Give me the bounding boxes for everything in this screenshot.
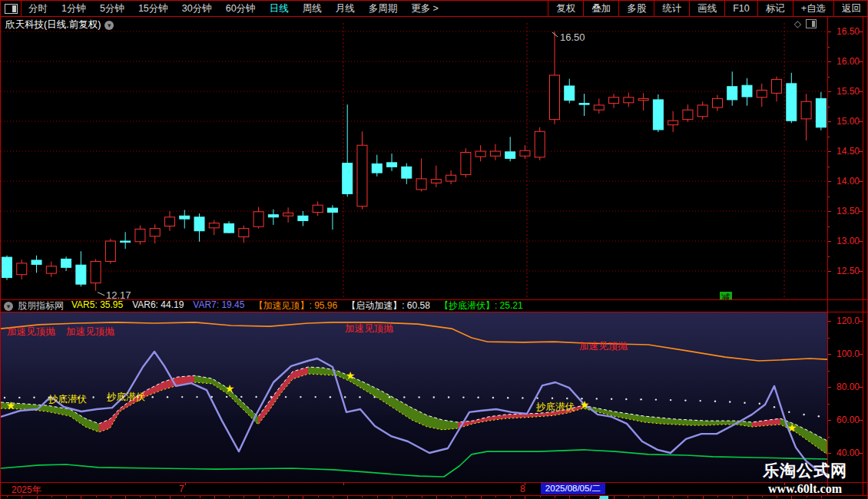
svg-text:★: ★: [346, 369, 356, 382]
indicator-chart: ★★★★★加速见顶抛加速见顶抛加速见顶抛加速见顶抛抄底潜伏抄底潜伏抄底潜伏: [1, 312, 827, 482]
toolbar-action-button[interactable]: 叠加: [583, 1, 618, 16]
toolbar-action-button[interactable]: F10: [724, 1, 757, 16]
indicator-header: ▾ 股朋指标网 VAR5: 35.95VAR6: 44.19VAR7: 19.4…: [1, 300, 827, 312]
sliver-tick: [436, 496, 437, 499]
indicator-value: 【加速见顶】: 95.96: [253, 299, 337, 312]
sliver-tick: [22, 496, 22, 498]
period-menu-item[interactable]: 月线: [329, 2, 362, 15]
svg-text:★: ★: [225, 382, 235, 395]
sliver-tick: [540, 496, 541, 497]
month-label-august: 8: [520, 484, 525, 494]
sliver-tick: [510, 496, 511, 498]
svg-text:★: ★: [580, 398, 590, 411]
sliver-tick: [747, 496, 748, 499]
symbol-title: 欣天科技(日线.前复权): [5, 18, 101, 31]
trading-app-window: 分时1分钟5分钟15分钟30分钟60分钟日线周线月线多周期更多 > 复权叠加多股…: [0, 0, 868, 499]
svg-text:抄底潜伏: 抄底潜伏: [535, 402, 575, 412]
next-pane-sliver: [1, 496, 868, 499]
sliver-tick: [7, 496, 8, 497]
sliver-tick: [628, 496, 629, 497]
indicator-name: 股朋指标网: [18, 299, 64, 312]
pane-separator: [1, 482, 868, 483]
candlestick-chart-pane[interactable]: 16.5012.17减 欣天科技(日线.前复权) ▾ ◇: [1, 17, 827, 299]
sliver-tick: [732, 496, 733, 498]
indicator-value: VAR6: 44.19: [132, 299, 184, 312]
symbol-dropdown-icon[interactable]: ▾: [104, 21, 114, 30]
indicator-value: VAR7: 19.45: [193, 299, 244, 312]
watermark-site-url: www.60lt.com: [755, 482, 855, 496]
sliver-tick: [644, 496, 644, 498]
month-label-july: 7: [179, 484, 184, 494]
period-menu-item[interactable]: 30分钟: [175, 2, 219, 15]
sliver-tick: [599, 496, 600, 498]
svg-text:抄底潜伏: 抄底潜伏: [106, 392, 146, 402]
period-menu-item[interactable]: 60分钟: [219, 2, 263, 15]
sliver-tick: [525, 496, 525, 499]
svg-text:抄底潜伏: 抄底潜伏: [48, 394, 88, 405]
sliver-tick: [614, 496, 615, 499]
candlestick-chart: 16.5012.17减: [1, 17, 827, 299]
period-menu-item[interactable]: 5分钟: [93, 2, 131, 15]
time-axis[interactable]: 2025年 7 8 2025/08/05/二: [1, 482, 868, 496]
sliver-tick: [406, 496, 407, 497]
period-menu-item[interactable]: 更多 >: [404, 2, 446, 15]
diamond-icon[interactable]: ◇: [794, 19, 801, 28]
svg-text:减: 减: [721, 292, 731, 299]
toolbar-action-button[interactable]: 多股: [618, 1, 654, 16]
sliver-tick: [392, 496, 393, 499]
period-toolbar: 分时1分钟5分钟15分钟30分钟60分钟日线周线月线多周期更多 > 复权叠加多股…: [1, 0, 868, 17]
toolbar-action-button[interactable]: 统计: [654, 1, 689, 16]
sliver-tick: [259, 496, 260, 499]
sliver-tick: [703, 496, 704, 499]
toolbar-action-button[interactable]: +自选: [793, 1, 833, 16]
sliver-tick: [465, 496, 466, 498]
toolbar-action-button[interactable]: 标记: [757, 1, 793, 16]
period-menu-item[interactable]: 日线: [263, 2, 296, 15]
sliver-tick: [303, 496, 303, 499]
axis-border-line: [863, 17, 863, 496]
sliver-tick: [585, 496, 585, 497]
toolbar-action-button[interactable]: 复权: [548, 1, 583, 16]
svg-text:★: ★: [6, 399, 16, 411]
sliver-tick: [111, 496, 111, 498]
sliver-cyan-mark: [599, 496, 608, 499]
period-menu-item[interactable]: 15分钟: [131, 2, 175, 15]
sliver-tick: [288, 496, 289, 498]
sliver-tick: [155, 496, 156, 498]
period-menu-item[interactable]: 多周期: [362, 2, 405, 15]
sliver-tick: [673, 496, 674, 497]
indicator-values: VAR5: 35.95VAR6: 44.19VAR7: 19.45【加速见顶】:…: [71, 299, 532, 312]
sliver-tick: [821, 496, 822, 498]
svg-text:加速见顶抛: 加速见顶抛: [579, 341, 628, 352]
svg-text:12.17: 12.17: [106, 289, 131, 299]
period-menu-item[interactable]: 分时: [22, 2, 55, 15]
sliver-tick: [422, 496, 422, 498]
pane-split-icon[interactable]: [806, 19, 817, 28]
split-window-icon[interactable]: [5, 4, 18, 14]
toolbar-actions: 复权叠加多股统计画线F10标记+自选返回: [548, 1, 868, 16]
indicator-value: 【抄底潜伏】: 25.21: [439, 299, 523, 312]
sliver-tick: [687, 496, 688, 498]
sliver-tick: [200, 496, 200, 498]
sliver-tick: [244, 496, 244, 498]
pane-separator: [1, 299, 868, 300]
sliver-tick: [377, 496, 378, 498]
toolbar-action-button[interactable]: 画线: [689, 1, 724, 16]
sliver-tick: [762, 496, 763, 497]
sliver-tick: [51, 496, 52, 497]
svg-text:加速见顶抛: 加速见顶抛: [345, 323, 393, 334]
indicator-collapse-icon[interactable]: ▾: [4, 302, 13, 311]
sliver-tick: [140, 496, 141, 497]
sliver-tick: [125, 496, 126, 499]
sliver-tick: [273, 496, 274, 497]
indicator-chart-pane[interactable]: ★★★★★加速见顶抛加速见顶抛加速见顶抛加速见顶抛抄底潜伏抄底潜伏抄底潜伏: [1, 312, 827, 482]
sliver-tick: [66, 496, 67, 498]
symbol-title-row: 欣天科技(日线.前复权) ▾: [5, 18, 114, 31]
sliver-tick: [81, 496, 81, 499]
sliver-tick: [37, 496, 38, 499]
period-menu-item[interactable]: 周线: [296, 2, 329, 15]
sliver-tick: [569, 496, 570, 499]
toolbar-action-button[interactable]: 返回: [833, 1, 868, 16]
period-menu-item[interactable]: 1分钟: [55, 2, 93, 15]
sliver-tick: [229, 496, 230, 497]
